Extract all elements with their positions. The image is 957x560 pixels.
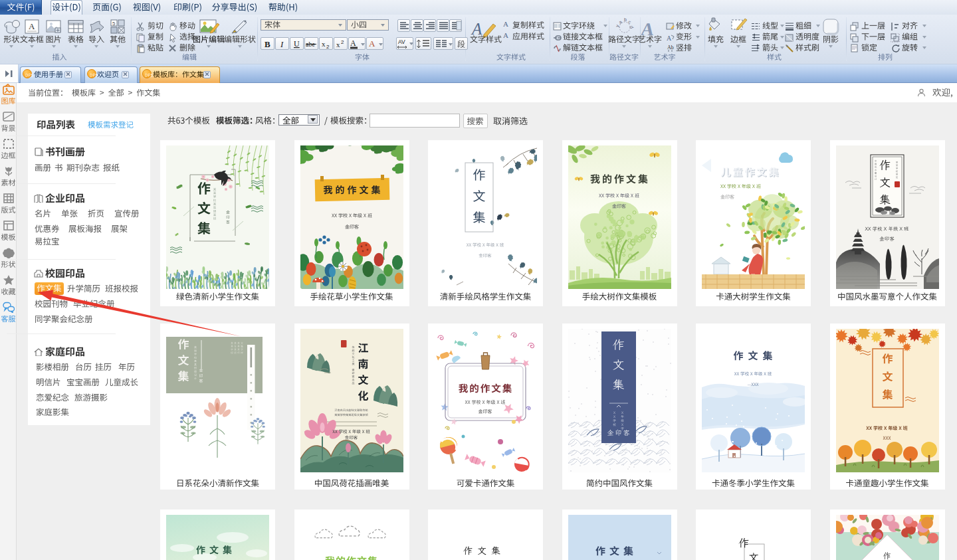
svg-text:c: c bbox=[627, 19, 632, 25]
svg-text:A: A bbox=[369, 39, 375, 48]
svg-text:U: U bbox=[294, 39, 300, 48]
svg-text:b: b bbox=[624, 17, 627, 22]
svg-text:A: A bbox=[503, 31, 508, 39]
svg-text:A: A bbox=[471, 20, 482, 38]
svg-text:B: B bbox=[265, 39, 270, 49]
svg-text:A: A bbox=[641, 19, 655, 39]
svg-text:A: A bbox=[29, 21, 35, 31]
svg-text:x: x bbox=[336, 41, 340, 48]
svg-text:AV: AV bbox=[398, 39, 405, 45]
svg-text:I: I bbox=[280, 39, 284, 49]
svg-text:A: A bbox=[667, 35, 672, 42]
svg-text:2: 2 bbox=[341, 39, 344, 45]
svg-text:5: 5 bbox=[112, 21, 116, 27]
svg-text:x: x bbox=[322, 40, 326, 48]
svg-text:Ab: Ab bbox=[667, 45, 674, 50]
svg-text:A: A bbox=[503, 20, 508, 28]
svg-text:a: a bbox=[618, 19, 623, 25]
svg-text:A: A bbox=[350, 39, 356, 48]
svg-text:2: 2 bbox=[326, 44, 330, 50]
